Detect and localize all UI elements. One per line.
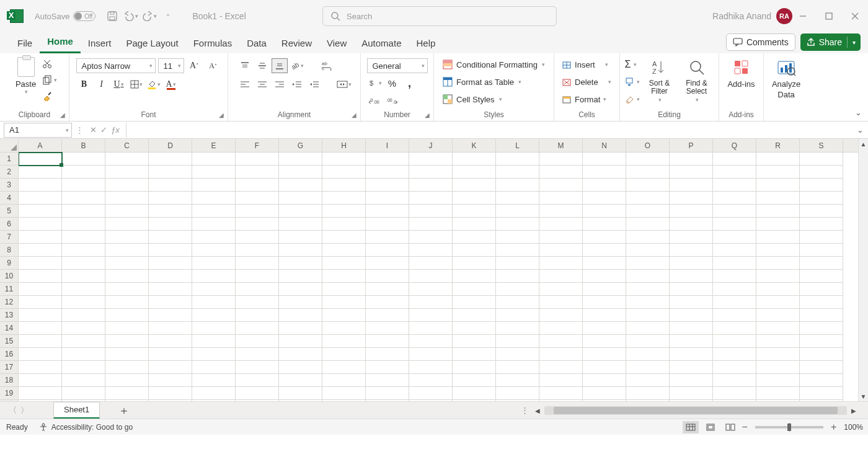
tab-page-layout[interactable]: Page Layout (118, 38, 185, 53)
cell[interactable] (62, 270, 105, 283)
column-header[interactable]: N (583, 139, 626, 152)
cell[interactable] (800, 335, 843, 348)
tab-home[interactable]: Home (40, 36, 81, 53)
maximize-button[interactable] (816, 0, 842, 32)
cell[interactable] (539, 166, 583, 179)
cell[interactable] (583, 192, 626, 205)
cell[interactable] (62, 166, 105, 179)
cell[interactable] (756, 348, 800, 361)
cell[interactable] (322, 283, 366, 296)
cell[interactable] (62, 231, 105, 244)
vertical-scrollbar[interactable]: ▲ ▼ (858, 139, 868, 401)
cell[interactable] (236, 348, 279, 361)
cell[interactable] (713, 218, 756, 231)
cell[interactable] (583, 296, 626, 309)
cell[interactable] (496, 205, 539, 218)
cell[interactable] (19, 387, 62, 400)
cell[interactable] (19, 244, 62, 257)
cell[interactable] (800, 244, 843, 257)
cell[interactable] (583, 257, 626, 270)
cell[interactable] (149, 374, 192, 387)
row-header[interactable]: 5 (0, 205, 18, 218)
cell[interactable] (62, 335, 105, 348)
collapse-ribbon-button[interactable]: ⌄ (855, 108, 862, 117)
cell[interactable] (149, 179, 192, 192)
cell[interactable] (800, 231, 843, 244)
cell[interactable] (236, 374, 279, 387)
cell[interactable] (800, 192, 843, 205)
cell[interactable] (105, 309, 149, 322)
cell[interactable] (800, 387, 843, 400)
cell[interactable] (366, 322, 409, 335)
cell[interactable] (800, 179, 843, 192)
comments-button[interactable]: Comments (726, 33, 795, 51)
cell[interactable] (800, 309, 843, 322)
cell[interactable] (279, 335, 322, 348)
italic-button[interactable]: I (94, 77, 110, 92)
cell[interactable] (670, 231, 713, 244)
cell[interactable] (626, 166, 670, 179)
scroll-down-icon[interactable]: ▼ (859, 391, 868, 401)
cell[interactable] (626, 283, 670, 296)
cell[interactable] (756, 296, 800, 309)
cell[interactable] (713, 361, 756, 374)
cell[interactable] (322, 192, 366, 205)
cell[interactable] (583, 270, 626, 283)
cell[interactable] (583, 244, 626, 257)
cell[interactable] (453, 309, 496, 322)
cell[interactable] (800, 322, 843, 335)
cell[interactable] (279, 361, 322, 374)
column-header[interactable]: K (453, 139, 496, 152)
cell[interactable] (19, 296, 62, 309)
cell[interactable] (756, 244, 800, 257)
cell[interactable] (19, 335, 62, 348)
select-all-corner[interactable] (0, 139, 18, 153)
cell[interactable] (322, 335, 366, 348)
increase-indent-button[interactable] (306, 77, 322, 92)
cell[interactable] (453, 283, 496, 296)
cell[interactable] (62, 257, 105, 270)
cell[interactable] (670, 218, 713, 231)
cell[interactable] (453, 270, 496, 283)
cell[interactable] (496, 309, 539, 322)
cell[interactable] (670, 270, 713, 283)
zoom-out-button[interactable]: − (742, 422, 748, 433)
cell[interactable] (322, 361, 366, 374)
cell[interactable] (366, 387, 409, 400)
cell[interactable] (105, 218, 149, 231)
row-header[interactable]: 7 (0, 231, 18, 244)
cell[interactable] (105, 257, 149, 270)
row-header[interactable]: 11 (0, 283, 18, 296)
cell[interactable] (322, 296, 366, 309)
row-header[interactable]: 2 (0, 166, 18, 179)
cell[interactable] (105, 374, 149, 387)
cell[interactable] (626, 348, 670, 361)
cell[interactable] (626, 270, 670, 283)
cell[interactable] (105, 231, 149, 244)
cell[interactable] (19, 231, 62, 244)
cell[interactable] (279, 257, 322, 270)
decrease-font-button[interactable]: A˅ (205, 58, 221, 73)
cell[interactable] (105, 166, 149, 179)
autosave-switch[interactable]: Off (73, 11, 95, 21)
cell[interactable] (366, 257, 409, 270)
cell[interactable] (539, 361, 583, 374)
cell[interactable] (453, 335, 496, 348)
column-header[interactable]: P (670, 139, 713, 152)
cell[interactable] (322, 218, 366, 231)
column-header[interactable]: G (279, 139, 322, 152)
cell[interactable] (756, 257, 800, 270)
cell[interactable] (236, 322, 279, 335)
cell[interactable] (149, 244, 192, 257)
cell[interactable] (409, 335, 453, 348)
autosave-toggle[interactable]: AutoSave Off (35, 11, 95, 21)
copy-button[interactable]: ▾ (42, 73, 57, 87)
cell[interactable] (670, 205, 713, 218)
cell[interactable] (366, 153, 409, 166)
clipboard-launcher-icon[interactable]: ◢ (60, 112, 65, 118)
cell[interactable] (105, 348, 149, 361)
cell[interactable] (366, 166, 409, 179)
align-top-button[interactable] (237, 58, 253, 73)
row-header[interactable]: 9 (0, 257, 18, 270)
cell[interactable] (800, 270, 843, 283)
